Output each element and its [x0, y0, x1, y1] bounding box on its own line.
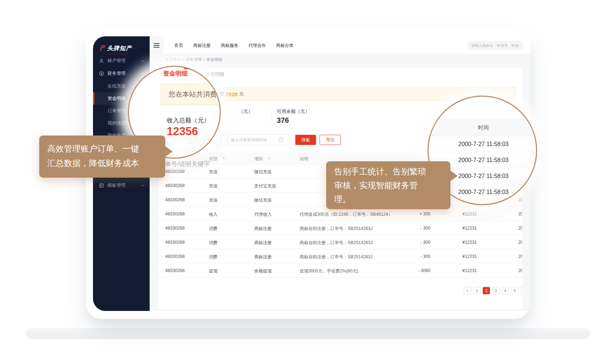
- sort-caret-icon[interactable]: [268, 158, 270, 159]
- calendar-icon[interactable]: [279, 138, 283, 142]
- breadcrumb: 个人中心 > 财务管理 > 资金明细: [165, 57, 222, 62]
- pagination-page-2-active[interactable]: 2: [483, 287, 490, 294]
- sidebar-item-label: 我的优惠券: [108, 120, 130, 126]
- balance-label: 可用余额（元）: [277, 108, 310, 115]
- balance-value: 376: [277, 116, 289, 125]
- chevron-down-icon: [141, 58, 145, 62]
- tab-withdraw-details[interactable]: 提现明细: [205, 71, 224, 78]
- callout-left: 高效管理账户订单、一键 汇总数据，降低财务成本: [39, 136, 165, 178]
- callout-arrow-right-icon: [165, 146, 173, 157]
- user-icon: [99, 58, 104, 64]
- pagination-page-4[interactable]: 4: [502, 287, 509, 294]
- pagination: < 1 2 3 4 5: [159, 287, 522, 295]
- pagination-page-1[interactable]: 1: [473, 287, 481, 294]
- laptop-base: [26, 328, 590, 339]
- sidebar-item-label: 模板管理: [108, 182, 126, 189]
- sidebar-item-account[interactable]: 账户管理: [93, 54, 150, 67]
- nav-link-agency[interactable]: 代理合作: [248, 43, 266, 49]
- callout-right-line3: 理。: [334, 192, 442, 206]
- nav-link-trademark-service[interactable]: 商标服务: [221, 43, 238, 49]
- sort-caret-icon[interactable]: [223, 158, 225, 159]
- callout-right-line1: 告别手工统计、告别繁琐: [334, 165, 442, 178]
- export-button[interactable]: 导出: [320, 135, 341, 145]
- nav-link-trademark-category[interactable]: 商标分类: [276, 43, 293, 49]
- sidebar-item-label: 资金明细: [108, 96, 126, 102]
- notice-amount: 7820: [226, 91, 238, 97]
- nav-links: 首页 商标注册 商标服务 代理合作 商标分类: [163, 36, 293, 54]
- sidebar-item-label: 订单管理: [108, 108, 126, 114]
- table-row[interactable]: 48330268消费商标注册商标自助注册，订单号：SB2514263J- 300…: [159, 235, 522, 249]
- sidebar-item-templates[interactable]: 模板管理: [93, 179, 150, 191]
- brand-name: 头牌知产: [107, 45, 132, 52]
- logo[interactable]: 头牌知产: [99, 42, 146, 54]
- search-button[interactable]: 搜索: [295, 135, 316, 145]
- callout-left-line2: 汇总数据，降低财务成本: [47, 156, 157, 170]
- page: 头牌知产 账户管理 财务管理: [0, 0, 616, 364]
- template-icon: [99, 183, 104, 188]
- nav-link-trademark-register[interactable]: 商标注册: [193, 43, 211, 49]
- pagination-page-5[interactable]: 5: [511, 287, 518, 294]
- callout-right: 告别手工统计、告别繁琐 审核，实现智能财务管 理。: [326, 161, 450, 209]
- sidebar-item-finance[interactable]: 财务管理: [93, 67, 150, 80]
- pagination-page-partial[interactable]: [520, 287, 522, 294]
- notice-suffix: 元: [239, 91, 244, 97]
- chevron-up-icon: [141, 72, 145, 76]
- nav-link-home[interactable]: 首页: [174, 43, 183, 49]
- chevron-down-icon: [141, 183, 145, 187]
- sidebar-item-label: 财务管理: [108, 70, 126, 77]
- pagination-page-3[interactable]: 3: [492, 287, 499, 294]
- callout-arrow-right-icon: [450, 170, 458, 182]
- column-header-type[interactable]: 类型: [209, 156, 218, 162]
- stat-divider: [272, 108, 272, 124]
- active-indicator: [93, 92, 94, 105]
- callout-right-line2: 审核，实现智能财务管: [334, 178, 442, 192]
- table-row[interactable]: 48330268消费商标注册商标自助注册，订单号：SB2514263J- 300…: [159, 249, 522, 263]
- sidebar-item-label: 账户管理: [108, 58, 126, 64]
- middle-stat-label: （元）: [239, 108, 253, 115]
- pagination-prev-button[interactable]: <: [464, 287, 471, 294]
- magnified-keyword-placeholder-text: 订单号/说明关键字: [159, 160, 210, 168]
- table-row[interactable]: 48330268消费商标注册商标自助注册，订单号：SB2514263J- 300…: [159, 221, 522, 235]
- top-navbar: 首页 商标注册 商标服务 代理合作 商标分类: [150, 36, 530, 54]
- hamburger-menu-icon[interactable]: [150, 36, 163, 54]
- trademark-search-input[interactable]: [468, 41, 523, 50]
- brand-logo-icon: [99, 45, 105, 52]
- column-header-desc: 说明: [300, 156, 308, 162]
- sidebar-item-label: 在线充值: [108, 83, 126, 89]
- finance-icon: [99, 71, 104, 76]
- column-header-project[interactable]: 项目: [254, 156, 263, 162]
- table-row[interactable]: 48330268提现余额提现提现3000元，手续费2%(60元)- 3060¥1…: [159, 263, 522, 278]
- callout-left-line1: 高效管理账户订单、一键: [47, 141, 157, 156]
